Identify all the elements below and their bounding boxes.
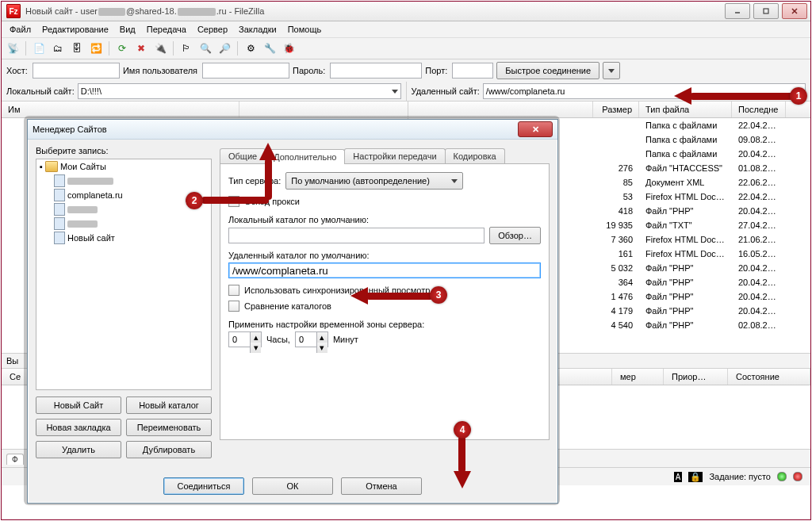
duplicate-button[interactable]: Дублировать — [126, 441, 212, 458]
tree-entry-complaneta[interactable]: complaneta.ru — [67, 190, 123, 200]
queue-col-size[interactable]: мер — [612, 369, 664, 385]
menu-help[interactable]: Помощь — [283, 23, 327, 36]
site-tree[interactable]: ▪Мои Сайты complaneta.ru Новый сайт — [36, 159, 212, 390]
compare-dirs-checkbox[interactable] — [228, 301, 239, 312]
sync-browse-checkbox[interactable] — [228, 285, 239, 296]
minutes-spinner[interactable]: 0▴▾ — [295, 331, 328, 347]
local-path-label: Локальный сайт: — [6, 86, 75, 96]
cell-size: 7 360 — [593, 235, 639, 244]
queue-tab[interactable]: Ф — [6, 454, 24, 465]
local-path-combo[interactable]: D:\!!!\ — [78, 83, 401, 99]
compare-icon[interactable]: 🔍 — [197, 40, 213, 56]
connect-button[interactable]: Соединиться — [163, 477, 244, 495]
col-modified[interactable]: Последне — [732, 102, 786, 117]
select-entry-label: Выберите запись: — [36, 146, 212, 155]
dialog-close-button[interactable]: ✕ — [518, 121, 553, 137]
cell-type: Папка с файлами — [639, 135, 732, 144]
binary-icon[interactable]: 🔧 — [262, 40, 278, 56]
minutes-value: 0 — [299, 335, 304, 344]
filter-icon[interactable]: 🏳 — [178, 40, 194, 56]
delete-button[interactable]: Удалить — [36, 441, 121, 458]
quickconnect-history-button[interactable] — [603, 62, 620, 79]
col-size[interactable]: Размер — [593, 102, 639, 117]
bypass-proxy-checkbox[interactable] — [228, 196, 239, 207]
tree-root: Мои Сайты — [60, 162, 106, 171]
queue-col-state[interactable]: Состояние — [728, 369, 810, 385]
cell-modified: 22.06.2016 — [732, 178, 786, 187]
cell-modified: 16.05.2016 — [732, 249, 786, 259]
tab-transfer[interactable]: Настройки передачи — [344, 148, 445, 163]
bookmarks-icon[interactable]: 🐞 — [281, 40, 297, 56]
activity-led-1 — [777, 472, 787, 481]
cell-type: Папка с файлами — [639, 149, 732, 159]
maximize-button[interactable] — [753, 3, 779, 19]
blurred-entry — [67, 220, 98, 228]
remote-dir-input[interactable] — [228, 262, 541, 278]
dropdown-icon — [796, 90, 802, 94]
user-label: Имя пользователя — [123, 66, 197, 75]
col-name[interactable] — [408, 102, 593, 117]
stop-icon[interactable]: ✖ — [133, 40, 149, 56]
local-dir-input[interactable] — [228, 228, 485, 243]
quickconnect-button[interactable]: Быстрое соединение — [496, 62, 599, 79]
bypass-proxy-label: Обход прокси — [244, 197, 300, 206]
pass-label: Пароль: — [293, 66, 325, 75]
new-site-button[interactable]: Новый Сайт — [36, 396, 121, 414]
host-input[interactable] — [33, 63, 120, 79]
col-name[interactable]: Им — [2, 102, 239, 117]
minutes-label: Минут — [333, 335, 358, 344]
browse-button[interactable]: Обзор… — [489, 227, 541, 244]
filezilla-window: Fz Новый сайт - user@shared-18..ru - Fil… — [1, 1, 811, 520]
cell-type: Файл "TXT" — [639, 220, 732, 230]
hours-spinner[interactable]: 0▴▾ — [228, 331, 262, 347]
server-type-dropdown[interactable]: По умолчанию (автоопределение) — [285, 172, 463, 190]
col-type[interactable]: Тип файла — [639, 102, 732, 117]
tab-advanced-page: Тип сервера: По умолчанию (автоопределен… — [220, 164, 550, 440]
new-folder-button[interactable]: Новый каталог — [126, 396, 212, 414]
settings-icon[interactable]: ⚙ — [243, 40, 259, 56]
cell-modified: 20.04.2016 — [732, 263, 786, 273]
tab-charset[interactable]: Кодировка — [445, 148, 505, 163]
rename-button[interactable]: Переименовать — [126, 419, 212, 436]
cell-size: 161 — [593, 249, 639, 259]
cancel-button[interactable]: Отмена — [341, 477, 422, 495]
hours-label: Часы, — [266, 335, 290, 344]
menu-bookmarks[interactable]: Закладки — [234, 23, 282, 36]
close-button[interactable] — [782, 3, 807, 19]
menu-edit[interactable]: Редактирование — [37, 23, 113, 36]
tab-advanced[interactable]: Дополнительно — [265, 149, 345, 164]
minimize-button[interactable] — [725, 3, 750, 19]
sync-browse-label: Использовать синхронизированный просмотр — [244, 285, 430, 295]
menu-transfer[interactable]: Передача — [142, 23, 191, 36]
server-icon — [54, 217, 65, 230]
server-type-label: Тип сервера: — [228, 176, 281, 186]
tab-general[interactable]: Общие — [220, 148, 266, 163]
menu-view[interactable]: Вид — [115, 23, 140, 36]
port-input[interactable] — [452, 63, 493, 79]
queue-col-prio[interactable]: Приор… — [664, 369, 728, 385]
cell-size: 5 032 — [593, 263, 639, 273]
toggle-log-icon[interactable]: 📄 — [31, 40, 47, 56]
user-input[interactable] — [202, 63, 289, 79]
app-icon: Fz — [6, 4, 21, 18]
find-icon[interactable]: 🔎 — [216, 40, 232, 56]
remote-dir-label: Удаленный каталог по умолчанию: — [228, 251, 541, 260]
toggle-queue-icon[interactable]: 🗄 — [69, 40, 85, 56]
tree-entry-newsite[interactable]: Новый сайт — [67, 233, 115, 243]
cell-type: Firefox HTML Doc… — [639, 235, 732, 244]
encryption-icon: A — [674, 472, 683, 482]
disconnect-icon[interactable]: 🔌 — [152, 40, 168, 56]
sitemanager-icon[interactable]: 📡 — [5, 40, 21, 56]
synchronize-icon[interactable]: 🔁 — [88, 40, 104, 56]
menu-server[interactable]: Сервер — [193, 23, 232, 36]
menu-file[interactable]: Файл — [5, 23, 36, 36]
ok-button[interactable]: ОК — [252, 477, 333, 495]
cell-modified: 20.04.2016 — [732, 306, 786, 316]
refresh-icon[interactable]: ⟳ — [114, 40, 130, 56]
cell-type: Файл "PHP" — [639, 263, 732, 273]
pass-input[interactable] — [330, 63, 422, 79]
new-bookmark-button[interactable]: Новая закладка — [36, 419, 121, 436]
toggle-tree-icon[interactable]: 🗂 — [50, 40, 66, 56]
remote-path-combo[interactable]: /www/complaneta.ru — [483, 83, 806, 99]
blurred-entry — [67, 178, 113, 185]
